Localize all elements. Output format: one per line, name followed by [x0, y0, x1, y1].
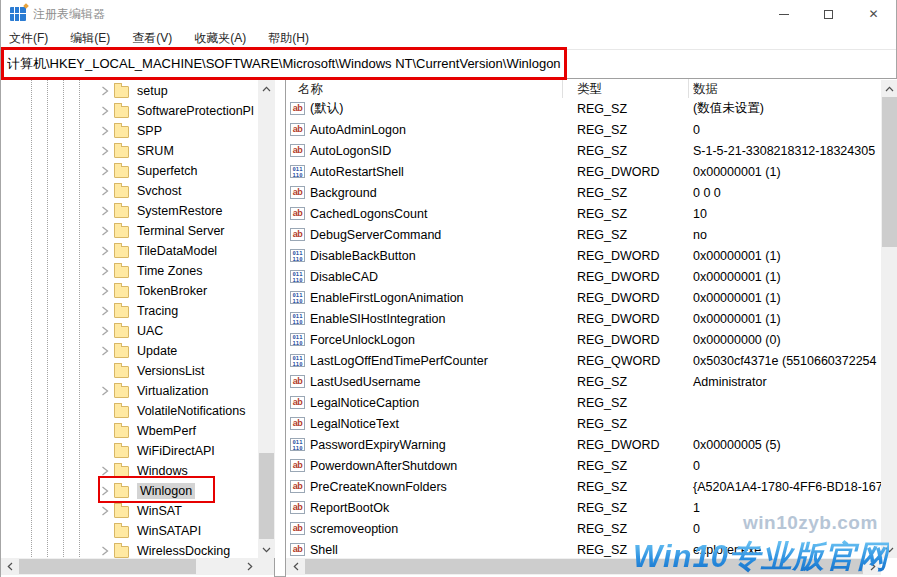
tree-hscroll-thumb[interactable] [19, 559, 196, 574]
maximize-button[interactable] [806, 0, 851, 28]
registry-value-row[interactable]: ab LastUsedUsername REG_SZ Administrator [286, 371, 881, 392]
registry-value-row[interactable]: 011110 EnableFirstLogonAnimation REG_DWO… [286, 287, 881, 308]
tree-item-label: WinSATAPI [137, 524, 201, 538]
scroll-right-button[interactable] [864, 558, 881, 575]
chevron-right-icon[interactable] [101, 486, 110, 496]
registry-value-row[interactable]: ab AutoAdminLogon REG_SZ 0 [286, 119, 881, 140]
tree-vscroll-thumb[interactable] [259, 453, 274, 539]
tree-item-update[interactable]: Update [1, 341, 257, 361]
registry-value-row[interactable]: 011110 LastLogOffEndTimePerfCounter REG_… [286, 350, 881, 371]
scroll-down-button[interactable] [258, 541, 275, 558]
column-header-name[interactable]: 名称 [298, 81, 323, 98]
tree-item-spp[interactable]: SPP [1, 121, 257, 141]
registry-value-row[interactable]: ab PowerdownAfterShutdown REG_SZ 0 [286, 455, 881, 476]
registry-value-row[interactable]: 011110 EnableSIHostIntegration REG_DWORD… [286, 308, 881, 329]
menu-item[interactable]: 收藏夹(A) [194, 30, 246, 47]
value-type: REG_SZ [562, 396, 688, 410]
scroll-right-button[interactable] [241, 558, 258, 575]
list-hscroll-thumb[interactable] [305, 559, 863, 574]
close-button[interactable]: ✕ [851, 0, 896, 28]
binary-value-icon: 011110 [290, 270, 305, 283]
tree-item-volatilenotifications[interactable]: VolatileNotifications [1, 401, 257, 421]
chevron-right-icon[interactable] [101, 286, 110, 296]
scroll-left-button[interactable] [287, 558, 304, 575]
tree-item-softwareprotectionpl[interactable]: SoftwareProtectionPl [1, 101, 257, 121]
tree-item-virtualization[interactable]: Virtualization [1, 381, 257, 401]
registry-value-row[interactable]: ab LegalNoticeText REG_SZ [286, 413, 881, 434]
chevron-right-icon[interactable] [101, 206, 110, 216]
registry-value-row[interactable]: ab CachedLogonsCount REG_SZ 10 [286, 203, 881, 224]
chevron-right-icon[interactable] [101, 126, 110, 136]
registry-value-row[interactable]: ab (默认) REG_SZ (数值未设置) [286, 98, 881, 119]
tree-item-versionslist[interactable]: VersionsList [1, 361, 257, 381]
tree-item-winlogon[interactable]: Winlogon [1, 481, 257, 501]
registry-value-row[interactable]: ab PreCreateKnownFolders REG_SZ {A520A1A… [286, 476, 881, 497]
chevron-right-icon[interactable] [101, 86, 110, 96]
chevron-right-icon[interactable] [101, 106, 110, 116]
registry-value-row[interactable]: 011110 AutoRestartShell REG_DWORD 0x0000… [286, 161, 881, 182]
registry-value-row[interactable]: 011110 DisableBackButton REG_DWORD 0x000… [286, 245, 881, 266]
chevron-right-icon[interactable] [101, 386, 110, 396]
registry-value-row[interactable]: ab LegalNoticeCaption REG_SZ [286, 392, 881, 413]
tree-item-superfetch[interactable]: Superfetch [1, 161, 257, 181]
tree-item-tiledatamodel[interactable]: TileDataModel [1, 241, 257, 261]
list-vscroll-thumb[interactable] [882, 97, 897, 247]
column-header-data[interactable]: 数据 [693, 81, 718, 98]
chevron-right-icon[interactable] [101, 306, 110, 316]
registry-value-row[interactable]: 011110 DisableCAD REG_DWORD 0x00000001 (… [286, 266, 881, 287]
tree-item-tokenbroker[interactable]: TokenBroker [1, 281, 257, 301]
tree-item-setup[interactable]: setup [1, 81, 257, 101]
chevron-right-icon[interactable] [101, 186, 110, 196]
scroll-left-button[interactable] [1, 558, 18, 575]
tree-item-tracing[interactable]: Tracing [1, 301, 257, 321]
folder-icon [114, 306, 129, 318]
tree-item-srum[interactable]: SRUM [1, 141, 257, 161]
chevron-right-icon[interactable] [101, 326, 110, 336]
tree-item-time-zones[interactable]: Time Zones [1, 261, 257, 281]
chevron-right-icon[interactable] [101, 226, 110, 236]
registry-value-row[interactable]: ab scremoveoption REG_SZ 0 [286, 518, 881, 539]
chevron-right-icon[interactable] [101, 506, 110, 516]
registry-value-row[interactable]: 011110 PasswordExpiryWarning REG_DWORD 0… [286, 434, 881, 455]
tree-item-systemrestore[interactable]: SystemRestore [1, 201, 257, 221]
value-name: scremoveoption [310, 522, 398, 536]
tree-item-svchost[interactable]: Svchost [1, 181, 257, 201]
tree-item-uac[interactable]: UAC [1, 321, 257, 341]
menu-item[interactable]: 文件(F) [9, 30, 48, 47]
scroll-up-button[interactable] [258, 80, 275, 97]
chevron-right-icon[interactable] [101, 166, 110, 176]
registry-value-row[interactable]: ab ReportBootOk REG_SZ 1 [286, 497, 881, 518]
tree-item-wifidirectapi[interactable]: WiFiDirectAPI [1, 441, 257, 461]
window-title: 注册表编辑器 [33, 0, 105, 28]
scroll-down-button[interactable] [881, 541, 897, 558]
menu-item[interactable]: 帮助(H) [268, 30, 309, 47]
tree-item-winsat[interactable]: WinSAT [1, 501, 257, 521]
tree-item-wbemperf[interactable]: WbemPerf [1, 421, 257, 441]
registry-value-row[interactable]: 011110 ForceUnlockLogon REG_DWORD 0x0000… [286, 329, 881, 350]
column-separator[interactable] [688, 79, 689, 98]
menu-item[interactable]: 查看(V) [132, 30, 172, 47]
registry-value-row[interactable]: ab Shell REG_SZ explorer.exe [286, 539, 881, 560]
menu-item[interactable]: 编辑(E) [70, 30, 110, 47]
column-header-type[interactable]: 类型 [577, 81, 602, 98]
tree-item-label: Windows [137, 464, 188, 478]
tree-item-windows[interactable]: Windows [1, 461, 257, 481]
address-input[interactable] [1, 50, 896, 78]
value-data: 0x00000001 (1) [688, 249, 881, 263]
chevron-right-icon[interactable] [101, 546, 110, 556]
tree-item-terminal-server[interactable]: Terminal Server [1, 221, 257, 241]
registry-value-row[interactable]: ab DebugServerCommand REG_SZ no [286, 224, 881, 245]
column-separator[interactable] [562, 79, 563, 98]
registry-value-row[interactable]: ab Background REG_SZ 0 0 0 [286, 182, 881, 203]
chevron-right-icon[interactable] [101, 246, 110, 256]
tree-item-label: Time Zones [137, 264, 203, 278]
chevron-right-icon[interactable] [101, 146, 110, 156]
chevron-right-icon[interactable] [101, 466, 110, 476]
scroll-up-button[interactable] [881, 80, 897, 97]
registry-value-row[interactable]: ab AutoLogonSID REG_SZ S-1-5-21-33082183… [286, 140, 881, 161]
tree-item-winsatapi[interactable]: WinSATAPI [1, 521, 257, 541]
value-type: REG_SZ [562, 417, 688, 431]
chevron-right-icon[interactable] [101, 346, 110, 356]
minimize-button[interactable] [761, 0, 806, 28]
chevron-right-icon[interactable] [101, 266, 110, 276]
